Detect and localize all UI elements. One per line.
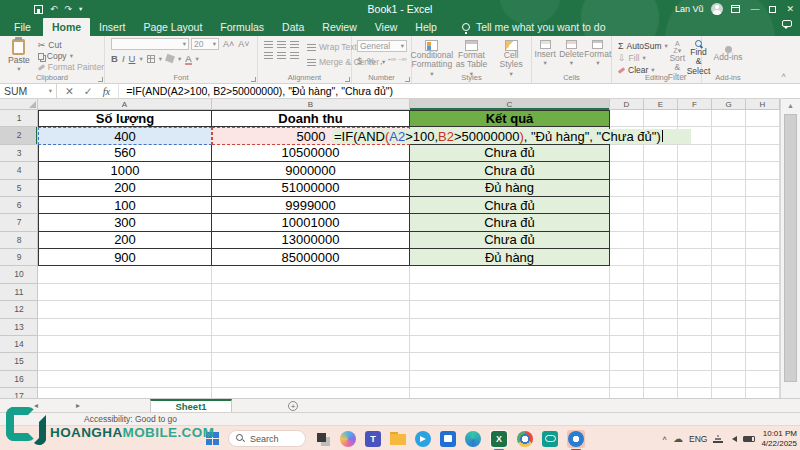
- ribbon-display-options-icon[interactable]: [731, 5, 740, 13]
- row-header-6[interactable]: 6: [0, 197, 38, 214]
- cell-E11[interactable]: [644, 284, 678, 301]
- align-left-icon[interactable]: [264, 52, 273, 59]
- cell-D7[interactable]: [610, 214, 644, 231]
- align-right-icon[interactable]: [290, 52, 299, 59]
- font-size-input[interactable]: 20▾: [191, 38, 219, 50]
- tab-formulas[interactable]: Formulas: [211, 18, 273, 36]
- cell-A13[interactable]: [38, 319, 212, 336]
- cell-D9[interactable]: [610, 249, 644, 266]
- align-top-icon[interactable]: [264, 41, 273, 48]
- tray-expand-icon[interactable]: ˄: [662, 434, 667, 443]
- cell-F17[interactable]: [678, 388, 712, 398]
- cell-D6[interactable]: [610, 197, 644, 214]
- percent-icon[interactable]: %: [367, 56, 375, 66]
- cell-E14[interactable]: [644, 336, 678, 353]
- cell-H7[interactable]: [746, 214, 780, 231]
- cell-H13[interactable]: [746, 319, 780, 336]
- cell-B14[interactable]: [212, 336, 410, 353]
- volume-icon[interactable]: [729, 436, 737, 442]
- cell-G3[interactable]: [712, 145, 746, 162]
- addins-button[interactable]: Add-ins: [713, 40, 743, 62]
- cell-B16[interactable]: [212, 371, 410, 388]
- column-header-E[interactable]: E: [644, 99, 678, 110]
- row-header-9[interactable]: 9: [0, 249, 38, 266]
- cell-E8[interactable]: [644, 232, 678, 249]
- dialog-launcher-icon[interactable]: [251, 77, 256, 82]
- cell-C13[interactable]: [410, 319, 610, 336]
- cell-A11[interactable]: [38, 284, 212, 301]
- cell-A2[interactable]: 400: [38, 127, 212, 144]
- cell-D16[interactable]: [610, 371, 644, 388]
- telegram-icon[interactable]: [415, 431, 431, 447]
- cell-E9[interactable]: [644, 249, 678, 266]
- dialog-launcher-icon[interactable]: [345, 77, 350, 82]
- number-format-select[interactable]: General▾: [357, 40, 407, 52]
- cell-F16[interactable]: [678, 371, 712, 388]
- column-header-H[interactable]: H: [746, 99, 780, 110]
- cell-styles-button[interactable]: Cell Styles▾: [492, 40, 530, 77]
- cell-E13[interactable]: [644, 319, 678, 336]
- tell-me-box[interactable]: Tell me what you want to do: [462, 21, 606, 36]
- tab-insert[interactable]: Insert: [90, 18, 134, 36]
- cell-C12[interactable]: [410, 301, 610, 318]
- copilot-icon[interactable]: [340, 431, 356, 447]
- row-header-14[interactable]: 14: [0, 336, 38, 353]
- cell-E16[interactable]: [644, 371, 678, 388]
- cell-F13[interactable]: [678, 319, 712, 336]
- cell-E7[interactable]: [644, 214, 678, 231]
- cell-C6[interactable]: Chưa đủ: [410, 197, 610, 214]
- cell-H14[interactable]: [746, 336, 780, 353]
- cell-B17[interactable]: [212, 388, 410, 398]
- column-header-A[interactable]: A: [38, 99, 212, 110]
- cell-D4[interactable]: [610, 162, 644, 179]
- column-header-D[interactable]: D: [610, 99, 644, 110]
- chrome-icon[interactable]: [517, 431, 533, 447]
- cell-H17[interactable]: [746, 388, 780, 398]
- shrink-font-icon[interactable]: A˅: [238, 39, 249, 49]
- cell-C14[interactable]: [410, 336, 610, 353]
- row-header-13[interactable]: 13: [0, 319, 38, 336]
- cell-H11[interactable]: [746, 284, 780, 301]
- row-header-5[interactable]: 5: [0, 180, 38, 197]
- cell-A17[interactable]: [38, 388, 212, 398]
- cell-D11[interactable]: [610, 284, 644, 301]
- cell-G10[interactable]: [712, 266, 746, 283]
- cell-C1[interactable]: Kết quả: [410, 110, 610, 127]
- comma-icon[interactable]: ,: [380, 56, 383, 66]
- file-explorer-icon[interactable]: [390, 431, 406, 447]
- borders-icon[interactable]: [147, 55, 155, 63]
- cell-E15[interactable]: [644, 353, 678, 370]
- cell-A7[interactable]: 300: [38, 214, 212, 231]
- cell-B4[interactable]: 9000000: [212, 162, 410, 179]
- tab-review[interactable]: Review: [313, 18, 365, 36]
- cell-C3[interactable]: Chưa đủ: [410, 145, 610, 162]
- tab-home[interactable]: Home: [43, 18, 90, 36]
- excel-taskbar-active[interactable]: [490, 430, 508, 448]
- tab-page-layout[interactable]: Page Layout: [134, 18, 211, 36]
- cell-G8[interactable]: [712, 232, 746, 249]
- cell-C16[interactable]: [410, 371, 610, 388]
- cell-C15[interactable]: [410, 353, 610, 370]
- new-sheet-icon[interactable]: +: [288, 401, 298, 411]
- cell-D3[interactable]: [610, 145, 644, 162]
- cell-A12[interactable]: [38, 301, 212, 318]
- cell-G4[interactable]: [712, 162, 746, 179]
- cell-G6[interactable]: [712, 197, 746, 214]
- cell-A1[interactable]: Số lượng: [38, 110, 212, 127]
- cell-C9[interactable]: Đủ hàng: [410, 249, 610, 266]
- cell-C10[interactable]: [410, 266, 610, 283]
- teams-icon[interactable]: [365, 431, 381, 447]
- cell-E1[interactable]: [644, 110, 678, 127]
- align-center-icon[interactable]: [277, 52, 286, 59]
- cell-B15[interactable]: [212, 353, 410, 370]
- cell-F3[interactable]: [678, 145, 712, 162]
- scrollbar-thumb[interactable]: [784, 114, 797, 382]
- cell-G1[interactable]: [712, 110, 746, 127]
- task-view-icon[interactable]: [315, 431, 331, 447]
- insert-function-icon[interactable]: fx: [103, 86, 111, 97]
- cell-D15[interactable]: [610, 353, 644, 370]
- cell-H4[interactable]: [746, 162, 780, 179]
- scroll-up-icon[interactable]: ▲: [781, 99, 800, 112]
- delete-cells-button[interactable]: Delete▾: [559, 40, 583, 67]
- cell-D17[interactable]: [610, 388, 644, 398]
